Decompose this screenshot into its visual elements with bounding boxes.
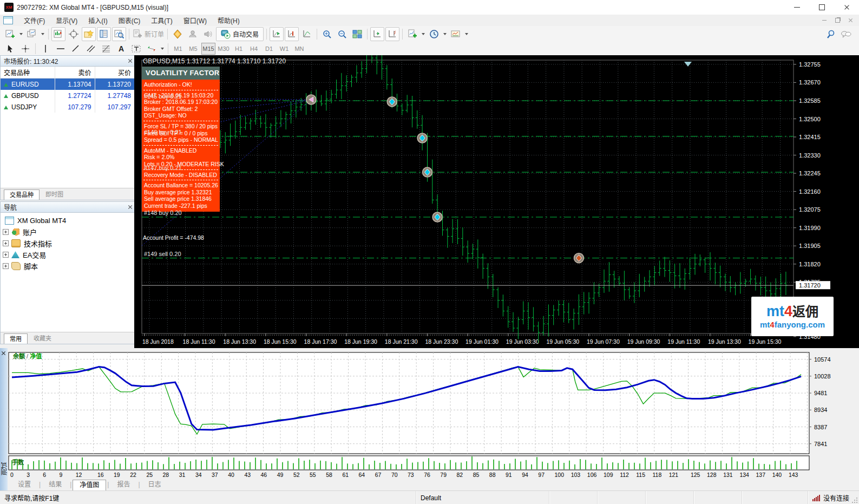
navigator-item-EA交易[interactable]: EA交易 (1, 249, 135, 260)
new-chart-dropdown[interactable] (19, 33, 23, 35)
child-minimize-button[interactable] (818, 16, 831, 25)
tester-tab-净值图[interactable]: 净值图 (73, 480, 106, 490)
stepwise-button[interactable] (300, 27, 314, 41)
navigator-header[interactable]: 导航 (1, 202, 135, 213)
data-window-button[interactable] (97, 27, 111, 41)
market-watch-row-USDJPY[interactable]: USDJPY107.279107.297 (1, 101, 135, 113)
market-watch-column[interactable]: 卖价 (55, 67, 95, 78)
navigator-close-icon[interactable] (128, 205, 133, 210)
child-restore-button[interactable] (831, 16, 844, 25)
chart-area[interactable]: 1.327551.326701.325851.325001.324151.323… (134, 55, 859, 348)
market-watch-toggle-button[interactable] (51, 27, 65, 41)
menu-item-H[interactable]: 帮助(H) (212, 16, 245, 25)
shift-end-button[interactable] (385, 27, 399, 41)
zoom-out-button[interactable] (335, 27, 349, 41)
menu-item-C[interactable]: 图表(C) (113, 16, 146, 25)
navigator-toggle-button[interactable] (82, 27, 96, 41)
chat-button[interactable] (839, 27, 853, 41)
timeframe-H4[interactable]: H4 (247, 43, 261, 55)
tester-tab-日志[interactable]: 日志 (141, 479, 168, 490)
search-button[interactable] (824, 27, 838, 41)
menu-item-T[interactable]: 工具(T) (146, 16, 178, 25)
tile-windows-button[interactable] (350, 27, 364, 41)
timeframe-M1[interactable]: M1 (171, 43, 185, 55)
navigator-item-技术指标[interactable]: 技术指标 (1, 238, 135, 249)
timeframe-M15[interactable]: M15 (201, 43, 215, 55)
shift-end-icon (388, 29, 397, 39)
tester-side-tab[interactable]: 测试 (0, 462, 9, 475)
navigator-tab-常用[interactable]: 常用 (4, 333, 28, 344)
market-watch-row-GBPUSD[interactable]: GBPUSD1.277241.27748 (1, 90, 135, 101)
indicators-dropdown[interactable] (422, 33, 425, 35)
lots-x-tick: 31 (179, 472, 186, 478)
strategy-tester-button[interactable] (112, 27, 126, 41)
crosshair-window-button[interactable] (67, 27, 81, 41)
metaeditor-button[interactable] (171, 27, 185, 41)
navigator-item-账户[interactable]: 账户 (1, 226, 135, 238)
cursor-tool-button[interactable] (3, 42, 17, 56)
market-watch-tab-交易品种[interactable]: 交易品种 (4, 189, 40, 200)
market-watch-header[interactable]: 市场报价: 11:30:42 (1, 56, 135, 67)
close-button[interactable] (834, 0, 859, 15)
price-chart[interactable]: 1.327551.326701.325851.325001.324151.323… (134, 55, 859, 348)
new-order-button[interactable]: 新订单 (132, 27, 165, 41)
menu-item-V[interactable]: 显示(V) (50, 16, 83, 25)
navigator-item-脚本[interactable]: 脚本 (1, 260, 135, 272)
expand-icon[interactable] (3, 240, 9, 246)
expand-icon[interactable] (3, 229, 9, 235)
channel-tool-button[interactable] (84, 42, 98, 56)
templates-dropdown[interactable] (465, 33, 468, 35)
autoscroll-button[interactable] (270, 27, 284, 41)
indicators-button[interactable] (405, 27, 419, 41)
market-watch-close-icon[interactable] (128, 58, 133, 63)
tester-tab-报告[interactable]: 报告 (110, 479, 137, 490)
minimize-button[interactable] (784, 0, 809, 15)
fibonacci-tool-button[interactable] (99, 42, 113, 56)
market-watch-row-EURUSD[interactable]: EURUSD1.137041.13720 (1, 78, 135, 90)
text-tool-button[interactable]: A (114, 42, 128, 56)
arrows-dropdown[interactable] (161, 48, 164, 50)
navigator-root[interactable]: XM Global MT4 (1, 215, 135, 226)
scroll-to-end-button[interactable] (370, 27, 384, 41)
menu-item-W[interactable]: 窗口(W) (178, 16, 212, 25)
chart-shift-button[interactable] (285, 27, 299, 41)
crosshair-tool-button[interactable] (18, 42, 32, 56)
timeframe-MN[interactable]: MN (292, 43, 306, 55)
new-chart-button[interactable] (3, 27, 17, 41)
timeframe-H1[interactable]: H1 (232, 43, 246, 55)
equity-chart[interactable]: 1057410028948189348387784103691216192225… (0, 348, 859, 479)
timeframe-M30[interactable]: M30 (217, 43, 231, 55)
community-button[interactable] (186, 27, 200, 41)
horizontal-line-tool-button[interactable] (54, 42, 68, 56)
menu-item-F[interactable]: 文件(F) (18, 16, 50, 25)
periods-dropdown[interactable] (443, 33, 447, 35)
arrows-tool-button[interactable] (145, 42, 159, 56)
profiles-dropdown[interactable] (41, 33, 44, 35)
periods-button[interactable] (427, 27, 441, 41)
maximize-button[interactable] (809, 0, 834, 15)
templates-button[interactable] (449, 27, 463, 41)
expand-icon[interactable] (3, 263, 9, 269)
market-watch-column[interactable]: 交易品种 (1, 67, 55, 78)
autotrading-button[interactable]: 自动交易 (216, 27, 264, 41)
timeframe-W1[interactable]: W1 (277, 43, 291, 55)
tester-tab-设置[interactable]: 设置 (11, 479, 38, 490)
menu-item-I[interactable]: 插入(I) (83, 16, 113, 25)
expand-icon[interactable] (3, 252, 9, 258)
profiles-button[interactable] (25, 27, 39, 41)
resize-grip[interactable] (851, 497, 858, 503)
market-watch-tab-即时图[interactable]: 即时图 (40, 189, 69, 200)
news-button[interactable] (201, 27, 215, 41)
vertical-line-tool-button[interactable] (38, 42, 53, 56)
market-watch-column[interactable]: 买价 (95, 67, 134, 78)
label-tool-button[interactable] (129, 42, 143, 56)
tester-close-icon[interactable] (1, 351, 6, 356)
tester-tab-结果[interactable]: 结果 (42, 479, 69, 490)
zoom-in-button[interactable] (320, 27, 334, 41)
child-close-button[interactable] (844, 16, 857, 25)
navigator-tab-收藏夹[interactable]: 收藏夹 (28, 333, 57, 344)
timeframe-M5[interactable]: M5 (186, 43, 200, 55)
status-profile[interactable]: Default (416, 491, 549, 504)
trendline-tool-button[interactable] (69, 42, 83, 56)
timeframe-D1[interactable]: D1 (262, 43, 276, 55)
